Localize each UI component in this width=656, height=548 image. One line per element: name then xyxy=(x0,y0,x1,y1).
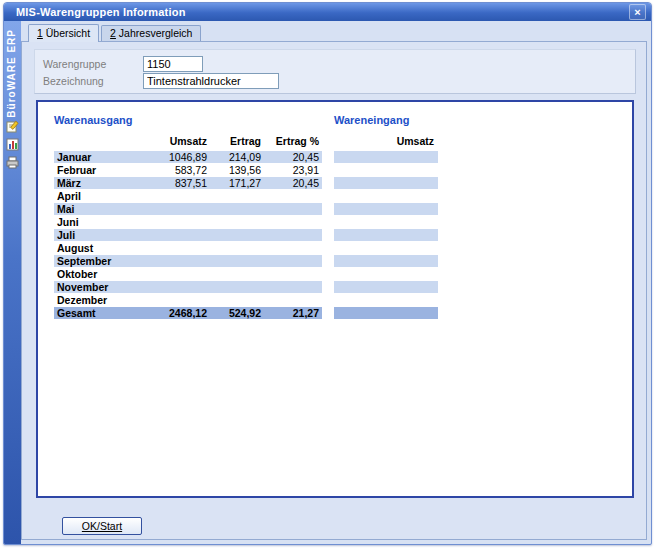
table-row[interactable] xyxy=(334,151,438,163)
month-label: Februar xyxy=(54,164,146,176)
ok-start-button[interactable]: OK/Start xyxy=(62,517,142,535)
table-row[interactable]: Februar583,72139,5623,91 xyxy=(54,164,322,176)
chart-icon[interactable] xyxy=(6,137,19,150)
bezeichnung-field[interactable] xyxy=(143,73,279,89)
warengruppe-field[interactable] xyxy=(143,56,203,72)
cell-value xyxy=(264,190,322,202)
table-row[interactable] xyxy=(334,268,438,280)
table-row[interactable]: Gesamt2468,12524,9221,27 xyxy=(54,307,322,319)
table-row[interactable] xyxy=(334,177,438,189)
table-row[interactable]: Januar1046,89214,0920,45 xyxy=(54,151,322,163)
table-row[interactable] xyxy=(334,203,438,215)
printer-icon[interactable] xyxy=(6,155,19,168)
cell-value xyxy=(210,255,264,267)
cell-value: 1046,89 xyxy=(146,151,210,163)
month-label: Gesamt xyxy=(54,307,146,319)
bezeichnung-label: Bezeichnung xyxy=(43,75,143,87)
warenausgang-title: Warenausgang xyxy=(54,114,322,126)
month-label: Oktober xyxy=(54,268,146,280)
cell-value xyxy=(210,190,264,202)
brand-sidebar: BüroWARE ERP xyxy=(4,21,21,544)
table-row[interactable]: Dezember xyxy=(54,294,322,306)
cell-value xyxy=(264,229,322,241)
tab-jahresvergleich[interactable]: 2 Jahresvergleich xyxy=(101,25,201,41)
header-form: Warengruppe Bezeichnung xyxy=(34,49,636,94)
cell-value: 837,51 xyxy=(146,177,210,189)
brand-text: BüroWARE ERP xyxy=(6,29,17,118)
table-row[interactable]: Mai xyxy=(54,203,322,215)
wareneingang-rows xyxy=(334,151,438,319)
month-label: September xyxy=(54,255,146,267)
table-row[interactable] xyxy=(334,164,438,176)
wareneingang-title: Wareneingang xyxy=(334,114,438,126)
cell-value: 20,45 xyxy=(264,177,322,189)
month-label: Juni xyxy=(54,216,146,228)
warenausgang-header-row: Umsatz Ertrag Ertrag % xyxy=(54,135,322,148)
tab-label: Jahresvergleich xyxy=(116,27,192,39)
column-header-ertrag-pct: Ertrag % xyxy=(264,135,322,148)
month-label: April xyxy=(54,190,146,202)
cell-value: 21,27 xyxy=(264,307,322,319)
cell-value: 171,27 xyxy=(210,177,264,189)
close-icon[interactable]: × xyxy=(629,4,646,20)
table-row[interactable] xyxy=(334,294,438,306)
tab-pane: Warengruppe Bezeichnung Warenausgang Ums… xyxy=(21,41,647,540)
cell-value xyxy=(210,242,264,254)
table-row[interactable]: März837,51171,2720,45 xyxy=(54,177,322,189)
cell-value: 583,72 xyxy=(146,164,210,176)
table-row[interactable]: September xyxy=(54,255,322,267)
cell-value xyxy=(146,281,210,293)
table-row[interactable] xyxy=(334,281,438,293)
table-row[interactable] xyxy=(334,255,438,267)
tab-uebersicht[interactable]: 1 Übersicht xyxy=(28,24,99,42)
cell-value xyxy=(264,281,322,293)
cell-value xyxy=(210,203,264,215)
note-icon[interactable] xyxy=(6,119,19,132)
cell-value xyxy=(210,268,264,280)
column-header-ertrag: Ertrag xyxy=(210,135,264,148)
app-window: MIS-Warengruppen Information × BüroWARE … xyxy=(3,2,652,545)
cell-value xyxy=(146,216,210,228)
table-row[interactable] xyxy=(334,242,438,254)
table-row[interactable]: August xyxy=(54,242,322,254)
cell-value: 20,45 xyxy=(264,151,322,163)
table-row[interactable] xyxy=(334,229,438,241)
table-row[interactable]: Oktober xyxy=(54,268,322,280)
cell-value xyxy=(146,242,210,254)
cell-value xyxy=(264,216,322,228)
table-row[interactable] xyxy=(334,216,438,228)
cell-value xyxy=(146,203,210,215)
window-title: MIS-Warengruppen Information xyxy=(16,6,186,18)
cell-value xyxy=(264,268,322,280)
footer-bar: OK/Start xyxy=(62,516,646,535)
table-row[interactable] xyxy=(334,190,438,202)
cell-value xyxy=(210,281,264,293)
table-row[interactable]: November xyxy=(54,281,322,293)
table-row[interactable]: April xyxy=(54,190,322,202)
cell-value: 139,56 xyxy=(210,164,264,176)
data-panel: Warenausgang Umsatz Ertrag Ertrag % Janu… xyxy=(36,100,634,498)
cell-value xyxy=(210,229,264,241)
cell-value xyxy=(264,294,322,306)
month-label: Dezember xyxy=(54,294,146,306)
warenausgang-section: Warenausgang Umsatz Ertrag Ertrag % Janu… xyxy=(54,114,322,320)
cell-value: 23,91 xyxy=(264,164,322,176)
table-row[interactable]: Juli xyxy=(54,229,322,241)
warenausgang-rows: Januar1046,89214,0920,45Februar583,72139… xyxy=(54,151,322,319)
cell-value: 524,92 xyxy=(210,307,264,319)
wareneingang-section: Wareneingang Umsatz xyxy=(334,114,438,320)
month-label: Januar xyxy=(54,151,146,163)
month-label: Juli xyxy=(54,229,146,241)
cell-value xyxy=(210,294,264,306)
warengruppe-label: Warengruppe xyxy=(43,58,143,70)
cell-value: 214,09 xyxy=(210,151,264,163)
cell-value: 2468,12 xyxy=(146,307,210,319)
cell-value xyxy=(146,268,210,280)
table-row[interactable]: Juni xyxy=(54,216,322,228)
cell-value xyxy=(264,242,322,254)
cell-value xyxy=(146,229,210,241)
month-label: August xyxy=(54,242,146,254)
month-label: November xyxy=(54,281,146,293)
table-row[interactable] xyxy=(334,307,438,319)
column-header-umsatz: Umsatz xyxy=(146,135,210,148)
